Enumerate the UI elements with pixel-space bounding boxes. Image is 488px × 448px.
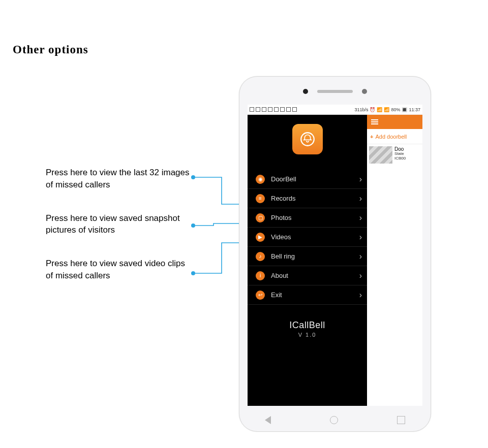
connector-dot-3 — [191, 271, 195, 275]
status-battery-pct: 80% — [391, 107, 400, 112]
nav-recent-icon[interactable] — [397, 416, 405, 424]
status-icon-tab — [268, 107, 272, 112]
app-logo-wrap — [248, 124, 367, 154]
brand-block: ICallBell V 1.0 — [248, 320, 367, 338]
chevron-right-icon: › — [359, 213, 362, 222]
sensor-speaker-icon — [317, 90, 353, 93]
annotation-2: Press here to view saved snapshot pictur… — [46, 212, 193, 237]
status-time: 11:37 — [409, 107, 420, 112]
phone-frame: 311b/s ⏰ 📶 📶 80% 🔳 11:37 — [239, 76, 431, 432]
status-bar: 311b/s ⏰ 📶 📶 80% 🔳 11:37 — [248, 105, 422, 115]
menu-item-exit[interactable]: ↩ Exit › — [248, 285, 367, 305]
menu-label: DoorBell — [271, 175, 359, 183]
device-row[interactable]: Doo State ICB00 — [367, 144, 422, 166]
menu-item-about[interactable]: i About › — [248, 266, 367, 285]
app-body: ◉ DoorBell › ≡ Records › ▢ Photos › ▶ Vi… — [248, 115, 422, 406]
doorbell-icon: ◉ — [256, 175, 265, 184]
sensor-camera-icon — [303, 89, 308, 94]
chevron-right-icon: › — [359, 291, 362, 300]
wifi-icon: 📶 — [377, 107, 382, 112]
phone-screen: 311b/s ⏰ 📶 📶 80% 🔳 11:37 — [248, 105, 422, 406]
sensor-camera2-icon — [362, 89, 367, 94]
chevron-right-icon: › — [359, 175, 362, 184]
drawer-menu: ◉ DoorBell › ≡ Records › ▢ Photos › ▶ Vi… — [248, 115, 367, 406]
status-icon-app — [250, 107, 254, 112]
device-meta: Doo State ICB00 — [394, 146, 406, 164]
add-doorbell-button[interactable]: + Add doorbell — [367, 129, 422, 144]
about-icon: i — [256, 271, 265, 280]
menu-label: Exit — [271, 291, 359, 299]
page-title: Other options — [13, 43, 88, 56]
device-id: ICB00 — [394, 156, 406, 161]
menu-item-photos[interactable]: ▢ Photos › — [248, 208, 367, 228]
annotations-block: Press here to view the last 32 images of… — [46, 167, 193, 282]
nav-back-icon[interactable] — [265, 416, 271, 424]
annotation-3: Press here to view saved video clips of … — [46, 258, 193, 282]
status-left-icons — [250, 107, 297, 112]
chevron-right-icon: › — [359, 252, 362, 261]
menu-item-records[interactable]: ≡ Records › — [248, 189, 367, 208]
menu-item-doorbell[interactable]: ◉ DoorBell › — [248, 170, 367, 189]
exit-icon: ↩ — [256, 291, 265, 300]
records-icon: ≡ — [256, 194, 265, 203]
status-icon-globe — [286, 107, 291, 112]
status-right: 311b/s ⏰ 📶 📶 80% 🔳 11:37 — [354, 107, 420, 112]
right-panel: + Add doorbell Doo State ICB00 — [367, 115, 422, 406]
menu-item-bellring[interactable]: ♪ Bell ring › — [248, 247, 367, 266]
android-nav-bar — [265, 416, 405, 424]
brand-version: V 1.0 — [248, 332, 367, 338]
bell-icon — [299, 131, 316, 148]
alarm-icon: ⏰ — [370, 107, 375, 112]
plus-icon: + — [370, 134, 373, 140]
chevron-right-icon: › — [359, 271, 362, 280]
signal-icon: 📶 — [384, 107, 389, 112]
phone-sensors — [239, 88, 431, 95]
status-icon-trash — [262, 107, 266, 112]
right-panel-header[interactable] — [367, 115, 422, 129]
status-icon-image — [274, 107, 279, 112]
videos-icon: ▶ — [256, 233, 265, 242]
photos-icon: ▢ — [256, 213, 265, 222]
bellring-icon: ♪ — [256, 252, 265, 261]
chevron-right-icon: › — [359, 233, 362, 242]
menu-label: Bell ring — [271, 252, 359, 260]
status-icon-sync — [292, 107, 297, 112]
chevron-right-icon: › — [359, 194, 362, 203]
connector-dot-2 — [191, 223, 195, 228]
nav-home-icon[interactable] — [330, 416, 338, 424]
add-doorbell-label: Add doorbell — [375, 134, 407, 140]
app-logo — [292, 124, 323, 154]
status-speed: 311b/s — [354, 107, 368, 112]
brand-name: ICallBell — [248, 320, 367, 331]
device-thumbnail — [369, 146, 392, 164]
annotation-1: Press here to view the last 32 images of… — [46, 167, 193, 191]
status-icon-user — [256, 107, 260, 112]
connector-dot-1 — [191, 175, 195, 179]
battery-icon: 🔳 — [402, 107, 407, 112]
menu-label: Videos — [271, 233, 359, 241]
hamburger-icon — [371, 119, 378, 124]
status-icon-refresh — [280, 107, 285, 112]
menu-label: About — [271, 272, 359, 279]
menu-label: Photos — [271, 214, 359, 221]
menu-label: Records — [271, 195, 359, 202]
menu-item-videos[interactable]: ▶ Videos › — [248, 228, 367, 247]
